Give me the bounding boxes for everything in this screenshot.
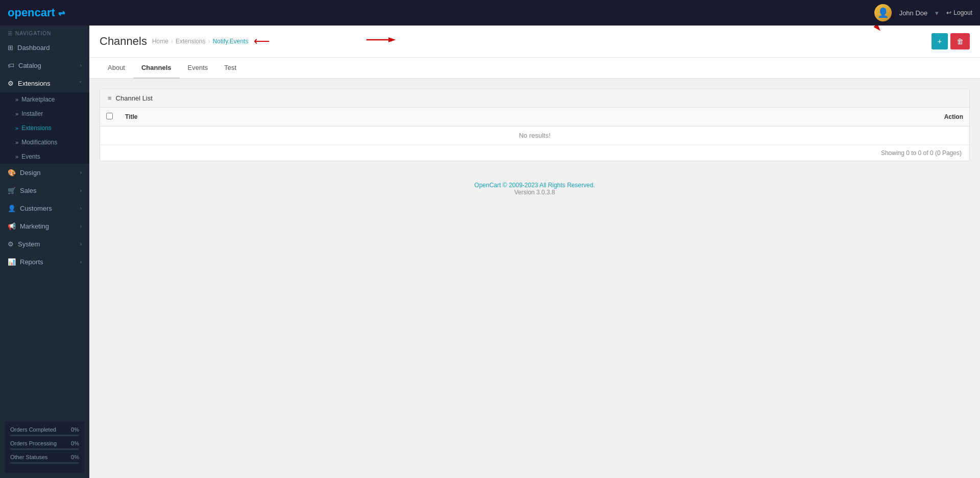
tab-events[interactable]: Events: [180, 58, 216, 79]
sidebar-item-marketing[interactable]: 📢 Marketing ›: [0, 217, 89, 235]
nav-label: ☰ NAVIGATION: [0, 26, 89, 39]
table-no-results-row: No results!: [100, 127, 969, 145]
annotation-arrow-svg: [366, 30, 397, 50]
tabs-container: About Channels Events Test: [89, 58, 980, 79]
panel-heading: ≡ Channel List: [100, 89, 969, 108]
sidebar-item-dashboard[interactable]: ⊞ Dashboard: [0, 39, 89, 57]
reports-icon: 📊: [8, 258, 16, 266]
page-title: Channels: [100, 35, 147, 48]
stats-box: Orders Completed 0% Orders Processing 0%…: [5, 421, 84, 473]
dashboard-icon: ⊞: [8, 44, 13, 52]
sidebar-item-extensions[interactable]: ⚙ Extensions ˅: [0, 74, 89, 92]
breadcrumb-extensions[interactable]: Extensions: [176, 38, 206, 45]
annotation-arrow-breadcrumb: ⟵: [254, 35, 270, 48]
list-icon: ≡: [108, 94, 112, 102]
channel-table: Title Action No results!: [100, 108, 969, 145]
chevron-right-icon-customers: ›: [80, 206, 82, 211]
stat-row-other: Other Statuses 0%: [10, 454, 79, 460]
stat-row-processing: Orders Processing 0%: [10, 440, 79, 446]
sidebar-sub-installer[interactable]: Installer: [0, 107, 89, 121]
breadcrumb-sep-1: ›: [171, 38, 173, 45]
user-name[interactable]: John Doe: [899, 9, 928, 17]
chevron-right-icon: ›: [80, 63, 82, 68]
trash-icon: 🗑: [957, 37, 964, 45]
extensions-icon: ⚙: [8, 80, 14, 87]
logo-text: opencart: [8, 6, 55, 19]
delete-button[interactable]: 🗑: [950, 33, 970, 49]
sidebar-item-sales[interactable]: 🛒 Sales ›: [0, 182, 89, 199]
svg-line-3: [857, 26, 878, 28]
sidebar-item-design[interactable]: 🎨 Design ›: [0, 164, 89, 182]
extensions-submenu: Marketplace Installer Extensions Modific…: [0, 92, 89, 164]
catalog-icon: 🏷: [8, 62, 14, 69]
breadcrumb-sep-2: ›: [208, 38, 210, 45]
header-right: 👤 John Doe ▾ ↩ Logout: [874, 4, 972, 21]
logo: opencart ⇌: [8, 6, 65, 19]
chevron-right-icon-reports: ›: [80, 259, 82, 265]
logout-button[interactable]: ↩ Logout: [946, 9, 972, 16]
avatar: 👤: [874, 4, 892, 21]
stat-bar-other: [10, 462, 79, 464]
sidebar-item-customers[interactable]: 👤 Customers ›: [0, 199, 89, 217]
panel-title: Channel List: [116, 94, 153, 102]
sidebar-sub-marketplace[interactable]: Marketplace: [0, 92, 89, 107]
stat-bar-completed: [10, 435, 79, 436]
sidebar: ☰ NAVIGATION ⊞ Dashboard 🏷 Catalog › ⚙ E…: [0, 26, 89, 478]
footer-version: Version 3.0.3.8: [100, 189, 970, 196]
no-results-cell: No results!: [100, 127, 969, 145]
table-container: Title Action No results!: [100, 108, 969, 161]
design-icon: 🎨: [8, 169, 16, 177]
stat-row-completed: Orders Completed 0%: [10, 426, 79, 433]
pagination-info: Showing 0 to 0 of 0 (0 Pages): [100, 145, 969, 161]
sidebar-sub-extensions[interactable]: Extensions: [0, 121, 89, 135]
sidebar-sub-modifications[interactable]: Modifications: [0, 135, 89, 149]
sidebar-item-reports[interactable]: 📊 Reports ›: [0, 253, 89, 271]
table-header-title: Title: [119, 108, 494, 127]
chevron-right-icon-sales: ›: [80, 188, 82, 193]
tab-channels[interactable]: Channels: [133, 58, 180, 79]
main-content: ≡ Channel List Title: [89, 79, 980, 171]
sales-icon: 🛒: [8, 187, 16, 194]
logout-icon: ↩: [946, 9, 951, 16]
hamburger-icon: ☰: [8, 31, 13, 36]
page-title-area: Channels Home › Extensions › Notify.Even…: [100, 35, 270, 48]
main-layout: ☰ NAVIGATION ⊞ Dashboard 🏷 Catalog › ⚙ E…: [0, 26, 980, 478]
marketing-icon: 📢: [8, 222, 16, 230]
content-area: Channels Home › Extensions › Notify.Even…: [89, 26, 980, 478]
tab-about[interactable]: About: [100, 58, 133, 79]
annotation-arrow-buttons-svg: [857, 26, 898, 36]
footer-link[interactable]: OpenCart © 2009-2023 All Rights Reserved…: [474, 182, 595, 189]
tab-test[interactable]: Test: [216, 58, 244, 79]
chevron-right-icon-system: ›: [80, 241, 82, 247]
top-header: opencart ⇌ 👤 John Doe ▾ ↩ Logout: [0, 0, 980, 26]
chevron-down-icon: ˅: [79, 81, 82, 86]
chevron-right-icon-design: ›: [80, 170, 82, 175]
table-header-row: Title Action: [100, 108, 969, 127]
chevron-right-icon-marketing: ›: [80, 223, 82, 229]
channel-list-panel: ≡ Channel List Title: [100, 89, 970, 161]
breadcrumb-notify-events[interactable]: Notify.Events: [213, 38, 249, 45]
page-header: Channels Home › Extensions › Notify.Even…: [89, 26, 980, 58]
footer: OpenCart © 2009-2023 All Rights Reserved…: [89, 171, 980, 206]
sidebar-sub-events[interactable]: Events: [0, 149, 89, 164]
breadcrumb-home[interactable]: Home: [152, 38, 168, 45]
select-all-checkbox[interactable]: [106, 113, 113, 119]
sidebar-item-catalog[interactable]: 🏷 Catalog ›: [0, 57, 89, 74]
sidebar-item-system[interactable]: ⚙ System ›: [0, 235, 89, 253]
table-header-checkbox: [100, 108, 119, 127]
breadcrumb: Home › Extensions › Notify.Events ⟵: [152, 35, 271, 48]
table-header-action: Action: [494, 108, 969, 127]
add-button[interactable]: +: [932, 33, 948, 49]
system-icon: ⚙: [8, 240, 14, 248]
logo-icon: ⇌: [58, 8, 65, 18]
footer-copyright: OpenCart © 2009-2023 All Rights Reserved…: [100, 182, 970, 189]
header-actions: + 🗑: [929, 33, 970, 49]
customers-icon: 👤: [8, 205, 16, 212]
stat-bar-processing: [10, 448, 79, 450]
